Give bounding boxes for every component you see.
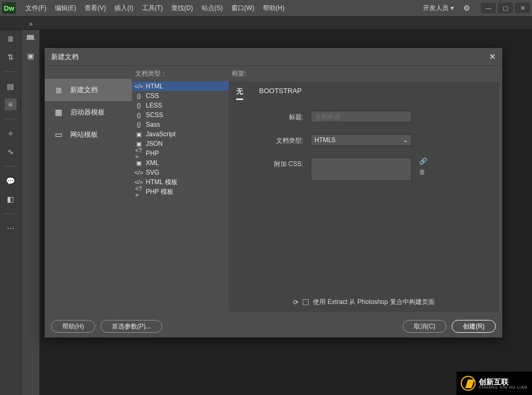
menu-view[interactable]: 查看(V): [80, 4, 110, 13]
title-label: 标题:: [271, 111, 303, 122]
link-icon[interactable]: ∿: [5, 146, 16, 158]
braces-icon: {}: [135, 121, 143, 128]
doc-type-less[interactable]: {}LESS: [132, 101, 229, 110]
workspace-developer-button[interactable]: 开发人员 ▾: [420, 4, 457, 13]
frame-tab-bootstrap[interactable]: BOOTSTRAP: [259, 87, 302, 100]
wand-icon[interactable]: ✧: [5, 128, 16, 139]
category-column: 🗎 新建文档 ▦ 启动器模板 ▭ 网站模板: [45, 66, 132, 315]
doc-type-css[interactable]: {}CSS: [132, 91, 229, 101]
snippet-icon[interactable]: ▣: [24, 50, 36, 62]
watermark: 创新互联 CHUANG XIN HU LIAN: [456, 372, 532, 395]
doc-type-javascript[interactable]: ▣JavaScript: [132, 129, 229, 139]
extract-checkbox[interactable]: [303, 299, 309, 305]
doc-type-column: 文档类型： </>HTML {}CSS {}LESS {}SCSS {}Sass…: [132, 66, 229, 315]
menu-find[interactable]: 查找(D): [167, 4, 197, 13]
sync-settings-icon[interactable]: ⚙: [463, 4, 470, 12]
attached-css-list[interactable]: [311, 158, 412, 181]
prefs-button[interactable]: 首选参数(P)...: [101, 320, 162, 333]
dialog-title: 新建文档: [51, 52, 79, 62]
watermark-text: 创新互联: [479, 378, 528, 385]
menubar: Dw 文件(F) 编辑(E) 查看(V) 插入(I) 工具(T) 查找(D) 站…: [0, 0, 532, 16]
braces-icon: {}: [135, 102, 143, 109]
file-icon[interactable]: 🗎: [5, 33, 16, 45]
code-icon: </>: [135, 178, 143, 186]
tab-overflow[interactable]: »: [23, 19, 38, 29]
chevron-down-icon: ⌄: [403, 136, 408, 144]
doc-type-scss[interactable]: {}SCSS: [132, 110, 229, 120]
framework-column: 框架: 无 BOOTSTRAP 标题: 文档类型: HTML5 ⌄: [229, 66, 502, 315]
app-logo-dw: Dw: [2, 2, 16, 14]
braces-icon: {}: [135, 111, 143, 119]
title-input[interactable]: [311, 111, 412, 122]
menu-insert[interactable]: 插入(I): [110, 4, 137, 13]
code-icon: </>: [135, 169, 143, 176]
menu-file[interactable]: 文件(F): [21, 4, 51, 13]
code-icon: </>: [135, 83, 143, 90]
cancel-button[interactable]: 取消(C): [403, 320, 447, 333]
site-icon: ▭: [53, 129, 64, 140]
more-icon[interactable]: ⋯: [5, 223, 16, 234]
new-document-dialog: 新建文档 ✕ 🗎 新建文档 ▦ 启动器模板 ▭ 网站模板 文档类型： </>HT…: [45, 48, 502, 338]
code-icon: <?>: [135, 188, 143, 195]
doc-type-svg[interactable]: </>SVG: [132, 168, 229, 177]
document-icon: 🗎: [53, 85, 64, 95]
category-label: 启动器模板: [70, 108, 105, 117]
create-button[interactable]: 创建(R): [452, 320, 496, 333]
extract-row: ⟳ 使用 Extract 从 Photoshop 复合中构建页面: [229, 298, 499, 307]
chevron-down-icon: ▾: [451, 4, 454, 12]
watermark-icon: [461, 376, 476, 391]
dialog-header: 新建文档 ✕: [45, 48, 502, 66]
doc-type-header: 文档类型：: [132, 67, 229, 81]
doc-type-xml[interactable]: ▣XML: [132, 158, 229, 168]
menu-help[interactable]: 帮助(H): [259, 4, 289, 13]
menu-window[interactable]: 窗口(W): [227, 4, 259, 13]
doc-type-json[interactable]: ▣JSON: [132, 139, 229, 149]
extract-label: 使用 Extract 从 Photoshop 复合中构建页面: [313, 298, 434, 307]
window-minimize-button[interactable]: —: [481, 3, 496, 13]
doctype-label: 文档类型:: [271, 134, 303, 145]
frame-tab-none[interactable]: 无: [236, 87, 243, 100]
doc-type-html-template[interactable]: </>HTML 模板: [132, 177, 229, 187]
window-close-button[interactable]: ✕: [515, 3, 530, 13]
category-label: 新建文档: [70, 85, 98, 95]
framework-header: 框架:: [229, 67, 502, 81]
category-starter-templates[interactable]: ▦ 启动器模板: [45, 101, 132, 124]
css-label: 附加 CSS:: [271, 158, 303, 169]
delete-css-icon[interactable]: 🗑: [419, 168, 427, 176]
category-site-templates[interactable]: ▭ 网站模板: [45, 124, 132, 146]
window-maximize-button[interactable]: ▢: [498, 3, 513, 13]
menu-tools[interactable]: 工具(T): [138, 4, 167, 13]
doctype-select[interactable]: HTML5 ⌄: [311, 134, 412, 146]
panel-icon[interactable]: ◧: [5, 193, 16, 205]
grid-icon: ▦: [53, 107, 64, 118]
json-icon: ▣: [135, 140, 143, 147]
server-icon[interactable]: ▤: [5, 80, 16, 92]
left-tool-rail: 🗎 ⇅ ▤ ≡ ✧ ∿ 💬 ◧ ⋯: [0, 30, 21, 395]
category-new-document[interactable]: 🗎 新建文档: [45, 79, 132, 101]
framework-panel: 无 BOOTSTRAP 标题: 文档类型: HTML5 ⌄: [229, 81, 499, 312]
swap-icon[interactable]: ⇅: [5, 51, 16, 63]
doc-type-sass[interactable]: {}Sass: [132, 120, 229, 129]
code-icon: <?>: [135, 150, 143, 157]
comment-icon[interactable]: 💬: [5, 175, 16, 187]
doc-type-html[interactable]: </>HTML: [132, 81, 229, 91]
menu-edit[interactable]: 编辑(E): [51, 4, 80, 13]
doc-type-php[interactable]: <?>PHP: [132, 149, 229, 158]
doctype-value: HTML5: [314, 136, 335, 144]
menu-site[interactable]: 站点(S): [197, 4, 227, 13]
list-icon[interactable]: ≡: [5, 98, 16, 110]
extract-icon: ⟳: [293, 299, 298, 306]
second-tool-rail: ᚙ ▣: [21, 30, 39, 395]
help-button[interactable]: 帮助(H): [51, 320, 95, 333]
document-tab-bar: »: [0, 16, 532, 30]
js-icon: ▣: [135, 130, 143, 138]
cluster-icon[interactable]: ᚙ: [24, 33, 36, 45]
workspace-label: 开发人员: [423, 4, 448, 13]
link-css-icon[interactable]: 🔗: [419, 158, 427, 165]
braces-icon: {}: [135, 92, 143, 100]
dialog-footer: 帮助(H) 首选参数(P)... 取消(C) 创建(R): [45, 315, 502, 338]
xml-icon: ▣: [135, 159, 143, 167]
category-label: 网站模板: [70, 130, 98, 139]
doc-type-php-template[interactable]: <?>PHP 模板: [132, 187, 229, 196]
dialog-close-icon[interactable]: ✕: [489, 52, 496, 62]
